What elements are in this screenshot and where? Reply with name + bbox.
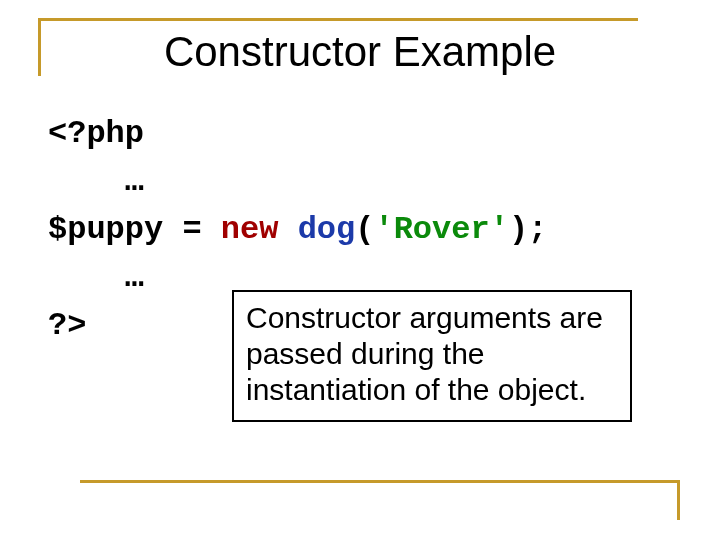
code-string-arg: 'Rover' xyxy=(374,211,508,248)
php-close-tag: ?> xyxy=(48,307,86,344)
callout-box: Constructor arguments are passed during … xyxy=(232,290,632,422)
code-eq: = xyxy=(163,211,221,248)
code-paren-open: ( xyxy=(355,211,374,248)
slide: Constructor Example <?php … $puppy = new… xyxy=(0,0,720,540)
frame-bottom-line xyxy=(80,480,680,483)
php-open-tag: <?php xyxy=(48,115,144,152)
code-keyword-new: new xyxy=(221,211,279,248)
slide-title: Constructor Example xyxy=(0,28,720,76)
code-space xyxy=(278,211,297,248)
code-ellipsis-1: … xyxy=(48,163,144,200)
callout-text: Constructor arguments are passed during … xyxy=(246,300,618,408)
code-function-dog: dog xyxy=(298,211,356,248)
code-var: $puppy xyxy=(48,211,163,248)
code-ellipsis-2: … xyxy=(48,259,144,296)
frame-top-line xyxy=(38,18,638,21)
frame-right-tick xyxy=(677,480,680,520)
code-paren-close: ); xyxy=(509,211,547,248)
